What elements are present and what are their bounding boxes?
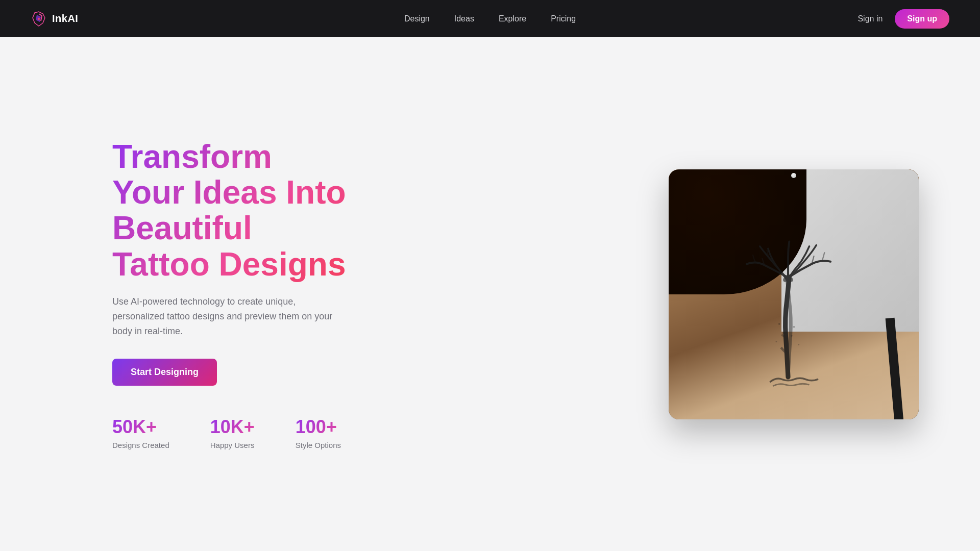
stat-users-label: Happy Users (210, 441, 255, 449)
nav-pricing[interactable]: Pricing (551, 14, 576, 23)
svg-point-9 (798, 344, 799, 345)
stat-users-number: 10K+ (210, 416, 255, 438)
stat-styles-number: 100+ (296, 416, 341, 438)
nav-actions: Sign in Sign up (857, 9, 949, 29)
stat-designs-label: Designs Created (112, 441, 169, 449)
image-strap (886, 317, 903, 419)
logo[interactable]: InkAI (31, 11, 78, 27)
stat-styles-label: Style Options (296, 441, 341, 449)
earring-detail (791, 173, 796, 178)
stat-designs-number: 50K+ (112, 416, 169, 438)
stats-row: 50K+ Designs Created 10K+ Happy Users 10… (112, 416, 347, 449)
nav-links: Design Ideas Explore Pricing (404, 14, 576, 23)
nav-ideas[interactable]: Ideas (454, 14, 474, 23)
hero-image (669, 169, 919, 419)
hero-subtext: Use AI-powered technology to create uniq… (112, 294, 347, 338)
nav-explore[interactable]: Explore (499, 14, 526, 23)
svg-point-7 (791, 335, 792, 336)
logo-text: InkAI (52, 13, 78, 24)
signup-button[interactable]: Sign up (895, 9, 949, 29)
svg-point-6 (782, 332, 784, 333)
nav-design[interactable]: Design (404, 14, 430, 23)
tattoo-palm-svg (732, 236, 844, 389)
svg-point-0 (38, 18, 40, 20)
svg-point-4 (778, 323, 780, 324)
svg-point-2 (783, 278, 787, 282)
hero-content: Transform Your Ideas Into Beautiful Tatt… (0, 139, 388, 450)
image-background (669, 169, 919, 419)
svg-point-5 (793, 326, 795, 328)
start-designing-button[interactable]: Start Designing (112, 359, 217, 386)
inkAI-logo-icon (31, 11, 47, 27)
hero-image-section (669, 169, 980, 419)
hero-section: Transform Your Ideas Into Beautiful Tatt… (0, 0, 980, 551)
svg-point-3 (789, 278, 793, 282)
stat-users: 10K+ Happy Users (210, 416, 255, 449)
svg-point-8 (776, 341, 777, 342)
stat-designs: 50K+ Designs Created (112, 416, 169, 449)
signin-link[interactable]: Sign in (857, 14, 883, 23)
navbar: InkAI Design Ideas Explore Pricing Sign … (0, 0, 980, 37)
hero-heading: Transform Your Ideas Into Beautiful Tatt… (112, 139, 347, 283)
stat-styles: 100+ Style Options (296, 416, 341, 449)
